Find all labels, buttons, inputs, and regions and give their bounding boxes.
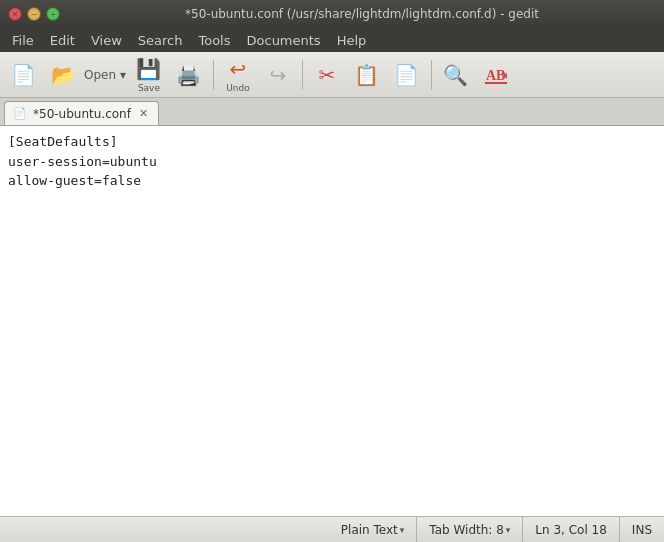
position-label: Ln 3, Col 18 bbox=[535, 523, 607, 537]
separator-3 bbox=[431, 60, 432, 90]
menu-view[interactable]: View bbox=[83, 31, 130, 50]
redo-button[interactable]: ↪ bbox=[259, 56, 297, 94]
menu-search[interactable]: Search bbox=[130, 31, 191, 50]
menubar: File Edit View Search Tools Documents He… bbox=[0, 28, 664, 52]
editor-content: [SeatDefaults] user-session=ubuntu allow… bbox=[8, 132, 656, 191]
tab-file[interactable]: 📄 *50-ubuntu.conf ✕ bbox=[4, 101, 159, 125]
tabbar: 📄 *50-ubuntu.conf ✕ bbox=[0, 98, 664, 126]
open-button-group: 📂 Open ▾ bbox=[44, 56, 128, 94]
window-controls: ✕ − + bbox=[8, 7, 60, 21]
save-label: Save bbox=[138, 83, 160, 93]
tabwidth-chevron-icon: ▾ bbox=[506, 525, 511, 535]
new-button[interactable]: 📄 bbox=[4, 56, 42, 94]
status-tabwidth-section: Tab Width: 8 ▾ bbox=[417, 517, 523, 542]
maximize-button[interactable]: + bbox=[46, 7, 60, 21]
spell-icon: ABC bbox=[485, 64, 507, 86]
paste-icon: 📄 bbox=[394, 63, 419, 87]
language-dropdown[interactable]: Plain Text ▾ bbox=[341, 523, 404, 537]
open-label: Open bbox=[84, 68, 116, 82]
language-chevron-icon: ▾ bbox=[400, 525, 405, 535]
titlebar: ✕ − + *50-ubuntu.conf (/usr/share/lightd… bbox=[0, 0, 664, 28]
status-mode-section: INS bbox=[620, 517, 664, 542]
menu-tools[interactable]: Tools bbox=[190, 31, 238, 50]
undo-icon: ↩ bbox=[230, 57, 247, 81]
open-icon: 📂 bbox=[51, 63, 76, 87]
new-icon: 📄 bbox=[11, 63, 36, 87]
menu-file[interactable]: File bbox=[4, 31, 42, 50]
mode-label: INS bbox=[632, 523, 652, 537]
tabwidth-dropdown[interactable]: Tab Width: 8 ▾ bbox=[429, 523, 510, 537]
tabwidth-label: Tab Width: 8 bbox=[429, 523, 503, 537]
spell-button[interactable]: ABC bbox=[477, 56, 515, 94]
status-language-section: Plain Text ▾ bbox=[329, 517, 417, 542]
toolbar: 📄 📂 Open ▾ 💾 Save 🖨️ ↩ Undo ↪ ✂️ 📋 bbox=[0, 52, 664, 98]
tab-close-button[interactable]: ✕ bbox=[137, 106, 150, 121]
print-icon: 🖨️ bbox=[176, 63, 201, 87]
undo-label: Undo bbox=[226, 83, 250, 93]
open-chevron-icon: ▾ bbox=[120, 68, 126, 82]
save-icon: 💾 bbox=[136, 57, 161, 81]
open-dropdown[interactable]: Open ▾ bbox=[82, 68, 128, 82]
tab-file-name: *50-ubuntu.conf bbox=[33, 107, 131, 121]
window-title: *50-ubuntu.conf (/usr/share/lightdm/ligh… bbox=[68, 7, 656, 21]
status-position-section: Ln 3, Col 18 bbox=[523, 517, 620, 542]
redo-icon: ↪ bbox=[270, 63, 287, 87]
menu-edit[interactable]: Edit bbox=[42, 31, 83, 50]
copy-button[interactable]: 📋 bbox=[348, 56, 386, 94]
minimize-button[interactable]: − bbox=[27, 7, 41, 21]
close-button[interactable]: ✕ bbox=[8, 7, 22, 21]
copy-icon: 📋 bbox=[354, 63, 379, 87]
find-button[interactable]: 🔍 bbox=[437, 56, 475, 94]
undo-button[interactable]: ↩ Undo bbox=[219, 56, 257, 94]
open-button[interactable]: 📂 bbox=[44, 56, 82, 94]
separator-1 bbox=[213, 60, 214, 90]
svg-text:ABC: ABC bbox=[486, 68, 507, 83]
menu-help[interactable]: Help bbox=[329, 31, 375, 50]
cut-icon: ✂️ bbox=[319, 63, 336, 87]
menu-documents[interactable]: Documents bbox=[239, 31, 329, 50]
language-label: Plain Text bbox=[341, 523, 398, 537]
save-button[interactable]: 💾 Save bbox=[130, 56, 168, 94]
editor-area[interactable]: [SeatDefaults] user-session=ubuntu allow… bbox=[0, 126, 664, 516]
separator-2 bbox=[302, 60, 303, 90]
find-icon: 🔍 bbox=[443, 63, 468, 87]
cut-button[interactable]: ✂️ bbox=[308, 56, 346, 94]
paste-button[interactable]: 📄 bbox=[388, 56, 426, 94]
print-button[interactable]: 🖨️ bbox=[170, 56, 208, 94]
statusbar: Plain Text ▾ Tab Width: 8 ▾ Ln 3, Col 18… bbox=[0, 516, 664, 542]
tab-file-icon: 📄 bbox=[13, 107, 27, 120]
